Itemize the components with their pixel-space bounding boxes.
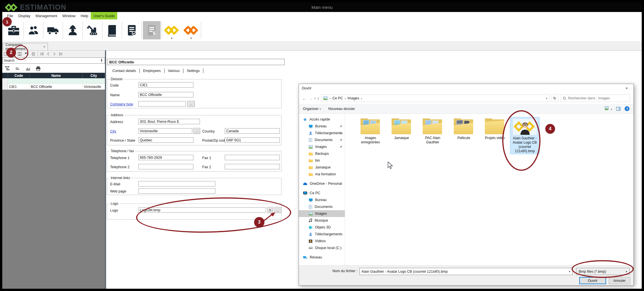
catalog-toolbar-button[interactable] bbox=[102, 20, 122, 40]
address-caret-icon[interactable]: ▾ bbox=[546, 97, 547, 100]
grid-filter-city[interactable] bbox=[83, 78, 105, 84]
next-record-icon[interactable] bbox=[52, 52, 57, 56]
company-type-link[interactable]: Company type bbox=[110, 102, 133, 106]
sidebar-item-documents[interactable]: Documents bbox=[299, 137, 345, 143]
menu-management[interactable]: Management bbox=[33, 12, 60, 19]
help-icon[interactable]: ? bbox=[625, 106, 629, 111]
sidebar-item-bureau-pc[interactable]: Bureau bbox=[299, 196, 345, 203]
new-folder-button[interactable]: Nouveau dossier bbox=[328, 107, 355, 111]
last-record-icon[interactable] bbox=[58, 52, 63, 56]
filename-input[interactable]: Alain Gauthier - Avatar Logo CB (courrie… bbox=[359, 268, 573, 275]
contacts-toolbar-button[interactable] bbox=[24, 20, 43, 40]
cancel-button[interactable]: Annuler bbox=[609, 277, 630, 284]
grid-filter-row[interactable] bbox=[2, 78, 105, 84]
sidebar-item-disque-local[interactable]: Disque local (C:) bbox=[299, 244, 345, 251]
back-icon[interactable]: ← bbox=[302, 96, 307, 101]
preview-pane-icon[interactable] bbox=[616, 107, 621, 111]
city-field[interactable]: Victoriaville bbox=[138, 128, 192, 134]
history-caret-icon[interactable]: ▾ bbox=[314, 97, 316, 100]
billing-toolbar-button-active[interactable]: $ bbox=[143, 21, 161, 39]
breadcrumb-ce-pc[interactable]: Ce PC bbox=[332, 96, 343, 100]
sidebar-item-onedrive[interactable]: OneDrive - Personal bbox=[299, 180, 345, 187]
list-item-jamaique[interactable]: Jamaique bbox=[387, 117, 416, 140]
equipment-toolbar-button[interactable] bbox=[83, 20, 102, 40]
forward-icon[interactable]: → bbox=[308, 96, 313, 101]
sidebar-item-documents-pc[interactable]: Documents bbox=[299, 203, 345, 210]
telephone1-field[interactable]: 855-780-2929 bbox=[138, 155, 193, 160]
province-field[interactable]: Quebec bbox=[138, 137, 193, 143]
sidebar-item-quick-access[interactable]: Accès rapide bbox=[299, 116, 345, 123]
open-button[interactable]: Ouvrir bbox=[579, 277, 606, 284]
sidebar-item-jamaique[interactable]: Jamaique bbox=[299, 164, 345, 171]
address-bar[interactable]: › Ce PC › Images › ▾ bbox=[321, 95, 549, 102]
dropdown-caret-icon[interactable]: ▾ bbox=[171, 37, 172, 40]
sidebar-item-bureau[interactable]: Bureau bbox=[299, 123, 345, 130]
sidebar-item-ma-formation[interactable]: ma formation bbox=[299, 171, 345, 178]
fax2-field[interactable] bbox=[225, 164, 280, 169]
sidebar-item-backups[interactable]: Backups bbox=[299, 150, 345, 157]
code-field[interactable]: CIE1 bbox=[138, 82, 193, 88]
name-field[interactable]: BCC Officielle bbox=[138, 92, 193, 97]
first-record-icon[interactable] bbox=[40, 52, 44, 56]
sidebar-item-bin[interactable]: bin bbox=[299, 157, 345, 164]
estimation-yellow-toolbar-button[interactable]: ▾ bbox=[162, 20, 181, 40]
pin-icon[interactable] bbox=[100, 59, 104, 63]
tab-various[interactable]: Various bbox=[165, 69, 183, 73]
grid-cell-city[interactable]: Victoriaville bbox=[83, 84, 105, 89]
list-item-images-enregistrees[interactable]: Images enregistrées bbox=[356, 117, 385, 145]
sidebar-item-videos[interactable]: Vidéos bbox=[299, 238, 345, 244]
menu-display[interactable]: Display bbox=[16, 12, 33, 19]
menu-users-guide[interactable]: User's Guide bbox=[91, 12, 117, 19]
sidebar-item-images-pc[interactable]: Images bbox=[299, 210, 345, 217]
grid-header-city[interactable]: City bbox=[83, 73, 105, 78]
grid-cell-code[interactable]: CIE1 bbox=[8, 84, 30, 89]
filter-funnel-icon[interactable] bbox=[5, 66, 10, 71]
organize-button[interactable]: Organiser ▾ bbox=[303, 107, 321, 111]
tab-close-icon[interactable]: × bbox=[43, 45, 45, 49]
up-icon[interactable]: ↑ bbox=[317, 96, 320, 101]
estimation-orange-toolbar-button[interactable]: ▾ bbox=[181, 20, 201, 40]
grid-cell-name[interactable]: BCC Officielle bbox=[30, 84, 83, 89]
table-row[interactable]: CIE1 BCC Officielle Victoriaville bbox=[2, 84, 105, 90]
fax1-field[interactable] bbox=[225, 155, 280, 160]
sidebar-item-telechargements[interactable]: Téléchargements bbox=[299, 130, 345, 137]
view-mode-button[interactable]: ▾ bbox=[605, 106, 612, 111]
sidebar-item-images-quick[interactable]: Images bbox=[299, 143, 345, 150]
grid-filter-name[interactable] bbox=[30, 78, 83, 84]
grid-header-code[interactable]: Code bbox=[8, 73, 30, 78]
sidebar-item-objets-3d[interactable]: Objets 3D bbox=[299, 224, 345, 231]
menu-help[interactable]: Help bbox=[78, 12, 91, 19]
grid-header-name[interactable]: Name bbox=[30, 73, 83, 78]
address-field[interactable]: 303, Boul. Pierre-Roux E bbox=[138, 119, 200, 124]
previous-record-icon[interactable] bbox=[46, 52, 50, 56]
list-item-pellicule[interactable]: Pellicule bbox=[449, 117, 478, 140]
city-browse-button[interactable]: ... bbox=[193, 128, 200, 134]
webpage-field[interactable] bbox=[138, 188, 215, 194]
employees-toolbar-button[interactable] bbox=[63, 20, 82, 40]
delete-icon[interactable] bbox=[31, 51, 36, 57]
print-icon[interactable] bbox=[35, 66, 41, 71]
dialog-close-button[interactable]: × bbox=[620, 84, 633, 92]
tab-employees[interactable]: Employees bbox=[140, 69, 164, 73]
country-field[interactable]: Canada bbox=[225, 128, 280, 134]
tab-settings[interactable]: Settings bbox=[183, 69, 203, 73]
estimates-toolbar-button[interactable] bbox=[122, 20, 141, 40]
sidebar-item-musique[interactable]: Musique bbox=[299, 217, 345, 224]
sidebar-item-reseau[interactable]: Réseau bbox=[299, 254, 345, 261]
city-link[interactable]: City bbox=[110, 129, 116, 133]
sidebar-item-ce-pc[interactable]: Ce PC bbox=[299, 190, 345, 196]
menu-window[interactable]: Window bbox=[60, 12, 78, 19]
sidebar-item-telechargements-pc[interactable]: Téléchargements bbox=[299, 231, 345, 238]
telephone2-field[interactable] bbox=[138, 164, 193, 169]
grid-filter-code[interactable] bbox=[8, 78, 30, 84]
breadcrumb-images[interactable]: Images bbox=[348, 96, 359, 100]
refresh-button[interactable]: ↻ bbox=[551, 95, 558, 102]
dropdown-caret-icon[interactable]: ▾ bbox=[190, 37, 192, 40]
list-item-pac-alain-gauthier[interactable]: PAC Alain Gauthier bbox=[418, 117, 447, 145]
postal-field[interactable]: G6P 5G1 bbox=[225, 137, 280, 143]
tab-contact-details[interactable]: Contact details bbox=[109, 69, 139, 73]
chart-icon[interactable] bbox=[25, 66, 31, 71]
dialog-search-input[interactable]: Rechercher dans : Images bbox=[560, 95, 630, 102]
summary-icon[interactable] bbox=[15, 66, 21, 71]
company-type-field[interactable] bbox=[138, 101, 186, 107]
